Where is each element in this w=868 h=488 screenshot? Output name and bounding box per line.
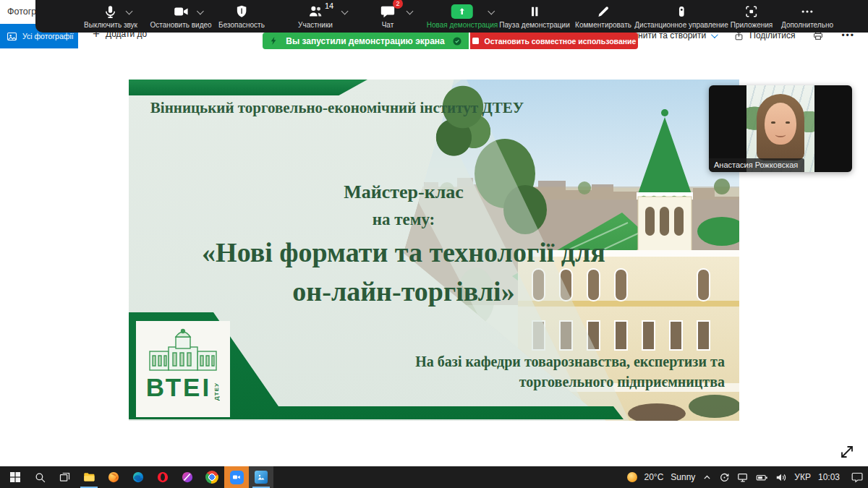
apps-icon bbox=[744, 4, 759, 19]
slide-heading1: Майстер-клас bbox=[169, 178, 639, 207]
chevron-down-icon[interactable] bbox=[488, 8, 495, 15]
speaker-icon[interactable] bbox=[775, 472, 787, 483]
edge-icon bbox=[132, 471, 145, 484]
opera-icon bbox=[156, 471, 169, 484]
start-button[interactable] bbox=[3, 466, 27, 488]
paint3d-icon bbox=[181, 471, 194, 484]
slide-title-line1: «Нові формати та технології для bbox=[169, 233, 639, 272]
security-button[interactable]: Безопасность bbox=[218, 3, 265, 29]
webcam-thumbnail[interactable]: Анастасия Рожковская bbox=[709, 85, 852, 172]
remote-control-icon bbox=[674, 4, 689, 19]
bolt-icon bbox=[269, 36, 278, 46]
file-explorer-icon bbox=[82, 471, 95, 484]
slide-footer-line1: На базі кафедри товарознавства, експерти… bbox=[334, 351, 725, 372]
taskbar: 20°C Sunny УКР bbox=[0, 466, 868, 488]
microphone-icon bbox=[103, 4, 118, 20]
weather-desc[interactable]: Sunny bbox=[671, 472, 695, 482]
stop-share-label: Остановить совместное использование bbox=[485, 37, 637, 46]
network-display-icon[interactable] bbox=[737, 472, 749, 483]
chrome-icon bbox=[205, 471, 218, 484]
firefox-button[interactable] bbox=[101, 466, 126, 488]
shield-icon bbox=[234, 4, 249, 19]
logo-subtext: ДТЕУ bbox=[213, 382, 220, 401]
slide-heading2: на тему: bbox=[169, 207, 639, 233]
slide-institute-title: Вінницький торговельно-економічний інсти… bbox=[142, 99, 532, 117]
remote-control-button[interactable]: Дистанционное управление bbox=[634, 3, 728, 29]
share-screen-icon bbox=[451, 4, 473, 19]
zoom-button[interactable] bbox=[224, 466, 249, 488]
slide-footer-text: На базі кафедри товарознавства, експерти… bbox=[334, 351, 725, 392]
slide-title-line2: он-лайн-торгівлі» bbox=[169, 272, 639, 311]
chat-unread-badge: 2 bbox=[393, 0, 403, 9]
opera-button[interactable] bbox=[150, 466, 175, 488]
shield-check-icon bbox=[452, 36, 462, 46]
participants-count: 14 bbox=[325, 1, 333, 10]
pause-icon bbox=[527, 4, 542, 19]
photos-icon bbox=[255, 471, 268, 484]
photo-icon bbox=[7, 31, 17, 42]
battery-icon[interactable] bbox=[756, 472, 768, 483]
more-icon bbox=[800, 4, 814, 19]
stop-video-button[interactable]: Остановить видео bbox=[150, 3, 211, 29]
chrome-button[interactable] bbox=[200, 466, 224, 488]
vtei-logo: ВТЕІ ДТЕУ bbox=[136, 321, 230, 417]
clock[interactable]: 10:03 bbox=[818, 472, 840, 482]
tree-icon bbox=[433, 81, 493, 168]
annotate-button[interactable]: Комментировать bbox=[575, 3, 631, 29]
weather-sun-icon bbox=[627, 472, 637, 482]
slide-footer-line2: торговельного підприємництва bbox=[334, 372, 725, 392]
task-view-button[interactable] bbox=[52, 466, 77, 488]
edge-button[interactable] bbox=[126, 466, 150, 488]
slide-main-text: Майстер-клас на тему: «Нові формати та т… bbox=[169, 178, 639, 311]
start-icon bbox=[9, 471, 21, 483]
apps-button[interactable]: Приложения bbox=[731, 3, 773, 29]
participant-name: Анастасия Рожковская bbox=[709, 158, 804, 172]
chevron-down-icon[interactable] bbox=[126, 8, 133, 15]
screen-share-banner: Вы запустили демонстрацию экрана bbox=[263, 33, 469, 49]
share-banner-message: Вы запустили демонстрацию экрана bbox=[286, 36, 445, 46]
zoom-icon bbox=[230, 471, 244, 484]
zoom-meeting-toolbar: Выключить звук Остановить видео Безопасн… bbox=[35, 0, 868, 33]
participant-face bbox=[765, 103, 796, 145]
more-button[interactable]: Дополнительно bbox=[781, 3, 833, 29]
photos-button[interactable] bbox=[249, 466, 273, 488]
slide-top-bar bbox=[129, 80, 367, 95]
file-explorer-button[interactable] bbox=[77, 466, 101, 488]
search-button[interactable] bbox=[27, 466, 52, 488]
language-indicator[interactable]: УКР bbox=[794, 472, 811, 482]
weather-temp[interactable]: 20°C bbox=[644, 472, 664, 482]
chat-button[interactable]: 2 Чат bbox=[380, 3, 396, 29]
sync-icon[interactable] bbox=[719, 472, 730, 483]
pause-share-button[interactable]: Пауза демонстрации bbox=[499, 3, 570, 29]
chevron-down-icon[interactable] bbox=[197, 8, 204, 15]
mute-button[interactable]: Выключить звук bbox=[84, 3, 137, 29]
participants-icon bbox=[307, 4, 323, 20]
new-share-button[interactable]: Новая демонстрация bbox=[427, 3, 498, 29]
expand-icon[interactable] bbox=[838, 442, 856, 464]
presentation-slide: Вінницький торговельно-економічний інсти… bbox=[129, 80, 739, 421]
tray-chevron-up-icon[interactable] bbox=[702, 473, 712, 482]
screen: Фотограф Усі фотографії + Додати до Змін… bbox=[0, 0, 868, 488]
search-icon bbox=[34, 471, 46, 484]
annotate-icon bbox=[596, 4, 610, 19]
video-camera-icon bbox=[173, 4, 189, 20]
chevron-down-icon[interactable] bbox=[407, 8, 414, 15]
paint3d-button[interactable] bbox=[175, 466, 200, 488]
task-view-icon bbox=[59, 471, 71, 484]
participants-button[interactable]: 14 Участники bbox=[298, 3, 333, 29]
tab-all-photos-label: Усі фотографії bbox=[22, 32, 74, 40]
stop-icon bbox=[472, 38, 479, 44]
vtei-building-sketch bbox=[145, 325, 221, 373]
chevron-down-icon[interactable] bbox=[341, 8, 349, 15]
notification-icon[interactable] bbox=[851, 471, 864, 483]
stop-share-button[interactable]: Остановить совместное использование bbox=[470, 33, 638, 49]
logo-text: ВТЕІ bbox=[146, 374, 211, 401]
firefox-icon bbox=[107, 471, 120, 484]
